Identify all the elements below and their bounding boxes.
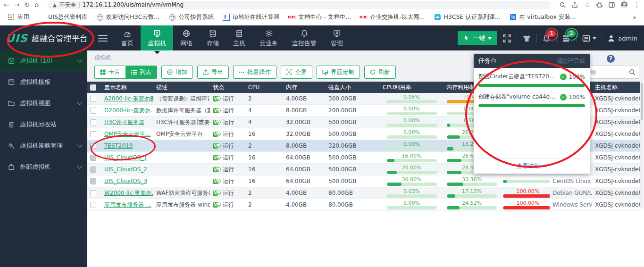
vm-name-link[interactable]: UIS_CloudOS_3 [104, 178, 147, 184]
table-row[interactable]: 应用发布服务器-...应用发布服务器-window se...V▶运行24.00… [87, 199, 640, 211]
task-list: 配置Cinder云硬盘"TEST2019"。✓100%创建存储卷"volume-… [474, 68, 590, 107]
running-status-icon: V▶ [213, 120, 221, 125]
nav-item-bell[interactable]: 监控告警 [285, 25, 324, 51]
vm-row-checkbox[interactable] [90, 155, 96, 161]
reload-icon[interactable]: ↻ [24, 1, 30, 8]
fullscreen-button[interactable]: 全屏 [281, 66, 312, 79]
vm-row-checkbox[interactable] [90, 202, 96, 208]
forward-icon[interactable]: → [14, 1, 20, 8]
export-button[interactable]: 导出 [197, 66, 229, 79]
status: V▶运行 [213, 95, 243, 103]
vm-name-link[interactable]: D2000-lic-重要勿... [104, 107, 153, 114]
running-status-icon: V▶ [213, 202, 221, 208]
column-header: CPU [245, 82, 283, 93]
vm-name-link[interactable]: H3C许可服务器 [104, 119, 144, 125]
table-row[interactable]: W2000-lic-重要勿...WAF防火墙许可服务器V▶运行24.00GB80… [87, 187, 640, 199]
vm-name-link[interactable]: UIS_CloudOS_1 [104, 154, 147, 161]
cpu-utilization-value: 16.00% [402, 153, 422, 159]
memory-utilization-bar [447, 194, 497, 198]
search-icon[interactable] [629, 68, 636, 77]
address-bar[interactable]: ▲ 不安全 172.16.11.200/uis/main/vm/vmMng [47, 1, 551, 9]
vm-name-link[interactable]: TEST2019 [104, 142, 133, 149]
nav-item-vm[interactable]: 虚拟机 [141, 25, 173, 51]
clear-completed-link[interactable]: 清除已完成 [557, 57, 585, 65]
bookmark-item[interactable]: 文档中心 - 文档中... [285, 13, 354, 21]
vm-name-link[interactable]: 应用发布服务器-... [104, 201, 151, 208]
bookmark-item[interactable]: 公司快普系统 [166, 13, 217, 21]
table-scrollbar[interactable] [640, 82, 644, 209]
table-row[interactable]: UIS_CloudOS_3V▶运行1664.00GB500.00GB30.00%… [87, 175, 640, 187]
bookmark-item[interactable]: H3CSE 认证系列课... [431, 13, 503, 21]
add-button[interactable]: 增加 [161, 66, 193, 79]
vm-name-link[interactable]: W2000-lic-重要勿... [104, 190, 153, 196]
vm-row-checkbox[interactable] [90, 178, 96, 184]
nav-item-db[interactable]: 存储 [200, 25, 226, 51]
vm-row-checkbox[interactable] [90, 190, 96, 196]
cell-memory: 64.00GB [283, 152, 326, 164]
app-logo: UIS 超融合管理平台 [0, 25, 96, 51]
nav-item-gear[interactable]: 云业务 [252, 25, 285, 51]
vm-row-checkbox[interactable] [90, 96, 96, 102]
vm-row-checkbox[interactable] [90, 131, 96, 137]
one-key-button[interactable]: 一键 [458, 31, 497, 45]
card-view-button[interactable]: 卡片 [94, 66, 125, 79]
status: V▶运行 [213, 201, 243, 209]
vm-row-checkbox[interactable] [90, 108, 96, 114]
nav-item-host[interactable]: 主机 [226, 25, 252, 51]
help-icon[interactable]: ? [607, 55, 615, 63]
task-panel-footer: 查看详细 [474, 158, 590, 174]
hamburger-menu-icon[interactable] [98, 35, 108, 42]
task-line: 配置Cinder云硬盘"TEST2019"。✓100% [478, 73, 585, 81]
browser-menu-icon[interactable]: ⋮ [634, 1, 640, 8]
bookmark-item[interactable]: 在 virtualbox 安装... [507, 13, 579, 21]
theme-shirt-icon[interactable] [522, 34, 531, 43]
sidebar-item-folder[interactable]: 虚拟机视图 [0, 93, 87, 114]
nav-item-globe[interactable]: 网络 [173, 25, 200, 51]
profile-avatar[interactable] [621, 1, 627, 8]
gauge-icon [123, 29, 132, 38]
vm-name-link[interactable]: OMP安全云管平... [104, 131, 151, 137]
bookmark-item[interactable]: 应用 [5, 13, 32, 21]
vm-name-link[interactable]: A2000-lic-重要勿删 [104, 95, 153, 102]
list-view-button[interactable]: 列表 [125, 66, 157, 79]
user-menu[interactable]: admin [607, 34, 637, 42]
nav-item-gauge[interactable]: 首页 [114, 25, 141, 51]
zoom-icon[interactable] [560, 2, 566, 8]
vm-name-link[interactable]: UIS_CloudOS_2 [104, 166, 147, 173]
extensions-icon[interactable] [596, 2, 602, 8]
sidebar-item-template[interactable]: 虚拟机模板 [0, 72, 87, 93]
bookmarks-overflow-chevron[interactable]: » [633, 14, 639, 21]
view-details-link[interactable]: 查看详细 [517, 162, 547, 170]
cell-name: 应用发布服务器-... [101, 199, 153, 211]
list-icon [131, 69, 137, 75]
apps-grid-favicon-icon [8, 14, 15, 21]
batch-operations-button[interactable]: 批量操作 [233, 66, 276, 79]
alarm-bell-icon[interactable]: 1 [542, 34, 551, 43]
home-icon[interactable]: ⌂ [34, 1, 39, 8]
sidebar-item-trash[interactable]: 虚拟机回收站 [0, 114, 87, 135]
share-icon[interactable] [572, 2, 578, 8]
sidebar-item-vm-box[interactable]: 虚拟机 (10) [0, 50, 87, 72]
bookmark-item[interactable]: UIS总代资料库 [35, 13, 90, 21]
vm-row-checkbox[interactable] [90, 167, 96, 173]
task-console-icon[interactable]: 2 [562, 34, 571, 43]
bookmark-item[interactable]: ip地址在线计算器 [220, 13, 282, 21]
vm-row-checkbox[interactable] [90, 119, 96, 125]
side-panel-icon[interactable] [609, 2, 615, 8]
template-icon [8, 78, 15, 86]
bookmark-item[interactable]: 欢迎访问H3C云数... [93, 13, 162, 21]
customize-ui-button[interactable]: 界面定制 [317, 66, 360, 79]
sidebar-item-external-vm[interactable]: 外部虚拟机 [0, 157, 87, 178]
globe-favicon-icon [96, 14, 103, 21]
layout-menu-icon[interactable] [582, 34, 596, 43]
sidebar-item-policy-gear[interactable]: 虚拟机策略管理 [0, 135, 87, 157]
bookmark-star-icon[interactable]: ☆ [584, 1, 590, 8]
refresh-button[interactable]: 刷新 [364, 66, 396, 79]
back-icon[interactable]: ← [4, 1, 9, 8]
bookmark-item[interactable]: 企业交换机-以太网... [357, 13, 427, 21]
vm-row-checkbox[interactable] [90, 143, 96, 149]
nav-item-mgmt[interactable]: 管理 [324, 25, 350, 51]
cell-cpu: 4 [245, 117, 283, 128]
select-all-checkbox[interactable] [90, 84, 96, 91]
fullscreen-icon[interactable] [502, 34, 511, 43]
